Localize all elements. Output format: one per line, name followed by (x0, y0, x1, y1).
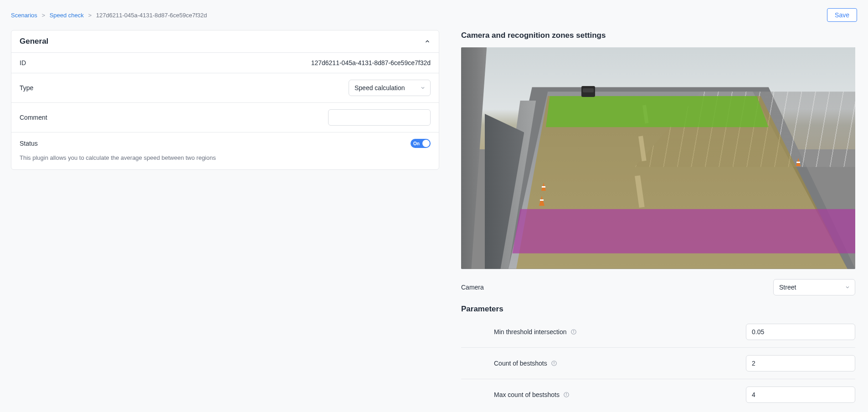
status-toggle-knob (422, 140, 430, 147)
svg-point-5 (554, 362, 554, 362)
general-panel-header[interactable]: General (11, 31, 439, 53)
status-toggle[interactable]: On (411, 139, 431, 148)
count-bestshots-input[interactable] (746, 355, 855, 371)
breadcrumb-speed-check[interactable]: Speed check (50, 12, 84, 19)
comment-input-wrapper (328, 109, 431, 126)
row-id: ID 127d6211-045a-4131-8d87-6ce59ce7f32d (11, 53, 439, 73)
camera-preview[interactable] (461, 47, 855, 269)
id-label: ID (20, 59, 26, 66)
parameters-title: Parameters (461, 305, 855, 314)
camera-label: Camera (461, 284, 484, 291)
type-label: Type (20, 84, 33, 92)
row-min-threshold: Min threshold intersection (461, 316, 855, 348)
breadcrumb-sep: > (88, 12, 92, 19)
cone-icon (796, 158, 801, 166)
camera-select[interactable]: Street (773, 279, 855, 295)
cone-icon (539, 196, 544, 206)
general-description: This plugin allows you to calculate the … (11, 154, 439, 169)
comment-label: Comment (20, 114, 47, 121)
count-bestshots-label: Count of bestshots (494, 360, 547, 367)
vehicle-icon (581, 86, 595, 97)
chevron-up-icon (424, 38, 431, 45)
row-type: Type Speed calculation (11, 73, 439, 103)
camera-section-title: Camera and recognition zones settings (461, 31, 855, 40)
info-icon[interactable] (551, 360, 557, 366)
svg-point-8 (566, 393, 567, 394)
row-camera: Camera Street (461, 279, 855, 295)
status-label: Status (20, 140, 38, 147)
breadcrumb-current: 127d6211-045a-4131-8d87-6ce59ce7f32d (96, 12, 207, 19)
status-toggle-text: On (413, 141, 420, 146)
svg-point-2 (573, 331, 574, 331)
save-button[interactable]: Save (827, 8, 857, 22)
type-select[interactable]: Speed calculation (349, 80, 431, 96)
breadcrumb-scenarios[interactable]: Scenarios (11, 12, 37, 19)
id-value: 127d6211-045a-4131-8d87-6ce59ce7f32d (311, 59, 431, 66)
row-comment: Comment (11, 103, 439, 132)
breadcrumb-sep: > (41, 12, 45, 19)
row-count-bestshots: Count of bestshots (461, 348, 855, 379)
general-title: General (20, 37, 48, 46)
breadcrumb: Scenarios > Speed check > 127d6211-045a-… (11, 12, 207, 19)
row-max-count-bestshots: Max count of bestshots (461, 379, 855, 410)
max-count-bestshots-input[interactable] (746, 387, 855, 403)
max-count-bestshots-label: Max count of bestshots (494, 391, 560, 398)
row-status: Status On (11, 132, 439, 154)
info-icon[interactable] (563, 392, 570, 398)
cone-icon (541, 183, 546, 191)
type-select-value: Speed calculation (354, 84, 405, 92)
general-panel: General ID 127d6211-045a-4131-8d87-6ce59… (11, 30, 439, 170)
min-threshold-label: Min threshold intersection (494, 328, 567, 336)
chevron-down-icon (420, 85, 426, 91)
info-icon[interactable] (570, 329, 577, 335)
min-threshold-input[interactable] (746, 324, 855, 340)
chevron-down-icon (845, 285, 850, 290)
camera-select-value: Street (779, 284, 796, 291)
comment-input[interactable] (334, 110, 416, 125)
